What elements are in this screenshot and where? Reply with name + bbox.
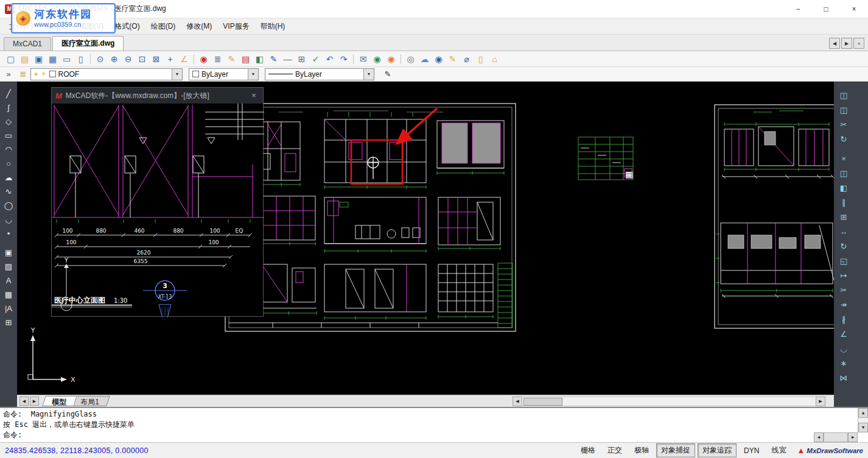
chamfer-icon[interactable]: ∠ bbox=[836, 326, 851, 341]
canvas-hscrollbar[interactable]: ◀ ▶ bbox=[513, 396, 825, 406]
layer-dropdown-arrow[interactable]: ▼ bbox=[172, 69, 182, 80]
array-icon[interactable]: ⊞ bbox=[836, 210, 851, 224]
status-grid[interactable]: 栅格 bbox=[576, 443, 600, 457]
layers-icon[interactable]: ▤ bbox=[239, 52, 253, 66]
license-icon[interactable]: ▯ bbox=[474, 52, 488, 66]
color-combo[interactable]: ByLayer ▼ bbox=[189, 68, 259, 80]
paste-icon[interactable]: ◫ bbox=[836, 88, 851, 102]
menu-help[interactable]: 帮助(H) bbox=[255, 19, 291, 34]
redo-icon[interactable]: ↷ bbox=[337, 52, 351, 66]
draw-table-icon[interactable]: ⊞ bbox=[1, 315, 16, 329]
command-scroll-up-button[interactable]: ▲ bbox=[858, 408, 868, 418]
linetype-icon[interactable]: — bbox=[281, 52, 295, 66]
draw-polygon-icon[interactable]: ◇ bbox=[1, 114, 16, 129]
rotate-view-icon[interactable]: ↻ bbox=[836, 132, 851, 146]
measure-icon[interactable]: ∠ bbox=[177, 52, 191, 66]
command-vscroll-track[interactable] bbox=[858, 418, 868, 423]
zoom-window-icon[interactable]: ⊡ bbox=[135, 52, 149, 66]
table-icon[interactable]: ⊞ bbox=[295, 52, 309, 66]
save-all-icon[interactable]: ▦ bbox=[46, 52, 60, 66]
close-button[interactable]: × bbox=[840, 0, 868, 18]
cut-icon[interactable]: ✂ bbox=[836, 117, 851, 132]
command-vscrollbar[interactable]: ▲ ▼ bbox=[858, 408, 868, 432]
hscroll-thumb[interactable] bbox=[523, 398, 562, 406]
maximize-button[interactable]: □ bbox=[812, 0, 840, 18]
globe-orange-icon[interactable]: ◉ bbox=[384, 52, 398, 66]
minimize-button[interactable]: − bbox=[784, 0, 812, 18]
status-dyn[interactable]: DYN bbox=[739, 445, 764, 457]
magnifier-close-icon[interactable]: × bbox=[248, 91, 259, 100]
draw-ellipse-icon[interactable]: ◯ bbox=[1, 199, 16, 213]
extend-icon[interactable]: ↠ bbox=[836, 297, 851, 312]
layout-tab-model[interactable]: 模型 bbox=[42, 396, 77, 406]
rotate-icon[interactable]: ↻ bbox=[836, 239, 851, 253]
menu-vip[interactable]: VIP服务 bbox=[217, 19, 254, 34]
command-scroll-left-button[interactable]: ◀ bbox=[814, 432, 824, 442]
sketch-pencil-icon[interactable]: ✎ bbox=[225, 52, 239, 66]
tab-close-button[interactable]: × bbox=[853, 38, 864, 49]
offset-icon[interactable]: ∥ bbox=[836, 195, 851, 210]
draw-revcloud-icon[interactable]: ☁ bbox=[1, 171, 16, 185]
zoom-extents-icon[interactable]: ⊠ bbox=[149, 52, 163, 66]
match-properties-icon[interactable]: ✎ bbox=[267, 52, 281, 66]
draw-arc-icon[interactable]: ◠ bbox=[1, 143, 16, 157]
copy-icon[interactable]: ◫ bbox=[836, 166, 851, 180]
draw-circle-icon[interactable]: ○ bbox=[1, 157, 16, 171]
zoom-realtime-icon[interactable]: ⊙ bbox=[93, 52, 107, 66]
pan-icon[interactable]: + bbox=[163, 52, 177, 66]
layer-manager-icon[interactable]: ≣ bbox=[16, 68, 30, 80]
publish-web-icon[interactable]: ◉ bbox=[370, 52, 384, 66]
draw-point-icon[interactable]: • bbox=[1, 227, 16, 241]
render-icon[interactable]: ◎ bbox=[404, 52, 418, 66]
status-lineweight[interactable]: 线宽 bbox=[766, 443, 791, 457]
hscroll-right-button[interactable]: ▶ bbox=[816, 396, 825, 406]
draw-ellipse-arc-icon[interactable]: ◡ bbox=[1, 213, 16, 227]
draw-rectangle-icon[interactable]: ▭ bbox=[1, 129, 16, 143]
draw-gradient-icon[interactable]: ▩ bbox=[1, 287, 16, 301]
match-properties-icon[interactable]: ✎ bbox=[380, 68, 395, 80]
pencil-yellow-icon[interactable]: ✎ bbox=[446, 52, 460, 66]
scale-icon[interactable]: ◱ bbox=[836, 253, 851, 268]
command-scroll-down-button[interactable]: ▼ bbox=[858, 423, 868, 432]
draw-polyline-icon[interactable]: ʃ bbox=[1, 100, 16, 114]
etransmit-icon[interactable]: ✉ bbox=[356, 52, 370, 66]
erase-icon[interactable]: × bbox=[836, 151, 851, 166]
tab-mxcad1[interactable]: MxCAD1 bbox=[4, 37, 51, 51]
layer-states-icon[interactable]: ◧ bbox=[253, 52, 267, 66]
cloud-icon[interactable]: ☁ bbox=[418, 52, 432, 66]
new-icon[interactable]: ▢ bbox=[4, 52, 18, 66]
palette-toggle-icon[interactable]: » bbox=[1, 68, 16, 80]
linetype-combo[interactable]: ByLayer ▼ bbox=[265, 68, 374, 80]
move-icon[interactable]: ↔ bbox=[836, 224, 851, 239]
command-hscroll-track[interactable] bbox=[824, 432, 848, 442]
globe-blue-icon[interactable]: ◉ bbox=[432, 52, 446, 66]
break-icon[interactable]: ∦ bbox=[836, 312, 851, 326]
explode-icon[interactable]: ∗ bbox=[836, 356, 851, 370]
tab-scroll-right-button[interactable]: ▶ bbox=[841, 38, 852, 49]
layer-combo[interactable]: ● ☀ ROOF ▼ bbox=[30, 68, 183, 80]
stretch-icon[interactable]: ↦ bbox=[836, 268, 851, 283]
magnifier-titlebar[interactable]: M MxCAD软件-【www.mxdraw.com】-[放大镜] × bbox=[52, 88, 263, 104]
magnifier-icon[interactable]: ◉ bbox=[197, 52, 211, 66]
tab-yiliaoshi-limian[interactable]: 医疗室立面.dwg bbox=[52, 36, 124, 51]
join-icon[interactable]: ⋈ bbox=[836, 370, 851, 385]
undo-icon[interactable]: ↶ bbox=[323, 52, 337, 66]
status-otrack[interactable]: 对象追踪 bbox=[698, 443, 737, 457]
draworder-icon[interactable]: ≣ bbox=[211, 52, 225, 66]
command-hscrollbar[interactable]: ◀ ▶ bbox=[814, 432, 858, 442]
draw-text-icon[interactable]: A bbox=[1, 273, 16, 287]
zoom-in-icon[interactable]: ⊕ bbox=[107, 52, 121, 66]
layout-scroll-left-button[interactable]: ◀ bbox=[19, 396, 29, 406]
draw-mtext-icon[interactable]: |A bbox=[1, 301, 16, 315]
hscroll-left-button[interactable]: ◀ bbox=[513, 396, 522, 406]
open-icon[interactable]: ▤ bbox=[18, 52, 32, 66]
find-icon[interactable]: ⌀ bbox=[460, 52, 474, 66]
command-scroll-right-button[interactable]: ▶ bbox=[848, 432, 858, 442]
copy-clip-icon[interactable]: ◫ bbox=[836, 102, 851, 117]
status-ortho[interactable]: 正交 bbox=[603, 443, 627, 457]
draw-block-icon[interactable]: ▣ bbox=[1, 245, 16, 259]
tab-scroll-left-button[interactable]: ◀ bbox=[829, 38, 840, 49]
print-preview-icon[interactable]: ▯ bbox=[74, 52, 88, 66]
trim-icon[interactable]: ✂ bbox=[836, 283, 851, 297]
menu-modify[interactable]: 修改(M) bbox=[181, 19, 217, 34]
